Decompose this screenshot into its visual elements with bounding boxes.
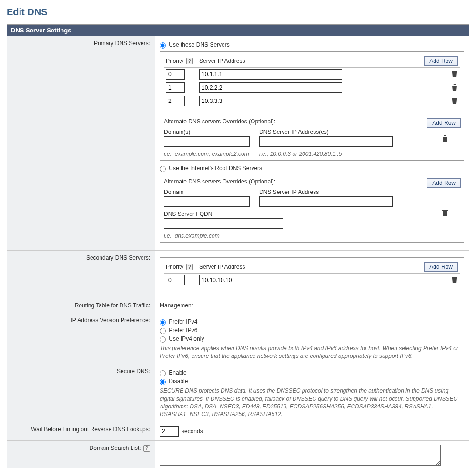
trash-icon[interactable] — [451, 97, 458, 104]
radio-use-ipv4-only[interactable] — [160, 336, 166, 343]
primary-ip-input[interactable] — [199, 82, 342, 93]
alt-dns-overrides-1: Add Row Alternate DNS servers Overrides … — [160, 115, 464, 161]
secondary-priority-input[interactable] — [166, 275, 185, 285]
primary-ip-input[interactable] — [199, 69, 342, 80]
help-icon[interactable]: ? — [186, 264, 193, 270]
help-icon[interactable]: ? — [143, 445, 150, 452]
alt-dns-overrides-2: Add Row Alternate DNS servers Overrides … — [160, 175, 464, 243]
add-row-button[interactable]: Add Row — [427, 118, 461, 128]
radio-prefer-ipv4[interactable] — [160, 319, 166, 326]
alt-overrides-title: Alternate DNS servers Overrides (Optiona… — [164, 118, 423, 125]
radio-secure-enable[interactable] — [160, 370, 166, 376]
primary-priority-input[interactable] — [166, 96, 185, 106]
col-domain: Domain — [164, 189, 250, 195]
primary-dns-rows-box: Priority ? Server IP Address Add Row — [160, 51, 464, 111]
radio-use-root-dns-label: Use the Internet's Root DNS Servers — [169, 165, 262, 172]
seconds-label: seconds — [182, 428, 203, 435]
primary-priority-input[interactable] — [166, 69, 185, 80]
radio-secure-enable-label: Enable — [169, 369, 186, 376]
col-dns-fqdn: DNS Server FQDN — [164, 211, 288, 217]
wait-seconds-input[interactable] — [160, 426, 179, 437]
radio-prefer-ipv6-label: Prefer IPv6 — [169, 327, 197, 334]
label-wait-timeout: Wait Before Timing out Reverse DNS Looku… — [7, 422, 155, 441]
radio-prefer-ipv6[interactable] — [160, 328, 166, 334]
alt2-dns-ip-input[interactable] — [259, 196, 393, 207]
col-priority: Priority — [166, 264, 183, 270]
trash-icon[interactable] — [442, 134, 448, 142]
ips-hint: i.e., 10.0.0.3 or 2001:420:80:1::5 — [259, 151, 402, 157]
trash-icon[interactable] — [451, 83, 458, 91]
fqdn-hint: i.e., dns.example.com — [164, 233, 288, 239]
radio-use-these-dns[interactable] — [160, 42, 166, 49]
dns-settings-panel: DNS Server Settings Primary DNS Servers:… — [7, 24, 469, 468]
help-icon[interactable]: ? — [186, 58, 193, 64]
trash-icon[interactable] — [451, 276, 458, 284]
ipver-note: This preference applies when DNS results… — [160, 345, 464, 360]
label-secure-dns: Secure DNS: — [7, 364, 155, 422]
col-dns-ips: DNS Server IP Address(es) — [259, 129, 402, 135]
secondary-dns-rows-box: Priority ? Server IP Address Add Row — [160, 257, 464, 290]
routing-value: Management — [155, 298, 469, 313]
add-row-button[interactable]: Add Row — [427, 178, 461, 188]
secure-note: SECURE DNS protects DNS data. It uses th… — [160, 387, 464, 418]
alt-ips-input[interactable] — [259, 136, 393, 147]
label-secondary-dns: Secondary DNS Servers: — [7, 251, 155, 298]
trash-icon[interactable] — [451, 70, 458, 78]
alt2-domain-input[interactable] — [164, 196, 250, 207]
panel-header: DNS Server Settings — [7, 25, 469, 36]
domain-search-textarea[interactable] — [160, 445, 441, 466]
radio-secure-disable[interactable] — [160, 379, 166, 385]
trash-icon[interactable] — [442, 209, 448, 216]
radio-use-ipv4-only-label: Use IPv4 only — [169, 336, 204, 342]
alt2-fqdn-input[interactable] — [164, 218, 283, 229]
label-ipver: IP Address Version Preference: — [7, 313, 155, 364]
col-domains: Domain(s) — [164, 129, 250, 135]
primary-priority-input[interactable] — [166, 82, 185, 93]
col-dns-server-ip: DNS Server IP Address — [259, 189, 402, 195]
domains-hint: i.e., example.com, example2.com — [164, 151, 250, 157]
alt-domains-input[interactable] — [164, 136, 250, 147]
add-row-button[interactable]: Add Row — [424, 56, 458, 66]
col-server-ip: Server IP Address — [197, 261, 417, 274]
label-primary-dns: Primary DNS Servers: — [7, 36, 155, 251]
label-routing: Routing Table for DNS Traffic: — [7, 298, 155, 313]
radio-secure-disable-label: Disable — [169, 378, 188, 385]
radio-use-root-dns[interactable] — [160, 166, 166, 172]
page-title: Edit DNS — [7, 7, 469, 18]
add-row-button[interactable]: Add Row — [424, 262, 458, 272]
radio-prefer-ipv4-label: Prefer IPv4 — [169, 318, 197, 325]
label-search-list: Domain Search List: ? — [7, 441, 155, 468]
alt-overrides-title-2: Alternate DNS servers Overrides (Optiona… — [164, 178, 423, 185]
radio-use-these-dns-label: Use these DNS Servers — [169, 41, 229, 48]
primary-ip-input[interactable] — [199, 96, 342, 106]
col-priority: Priority — [166, 58, 183, 64]
col-server-ip: Server IP Address — [197, 55, 417, 68]
secondary-ip-input[interactable] — [199, 275, 342, 285]
